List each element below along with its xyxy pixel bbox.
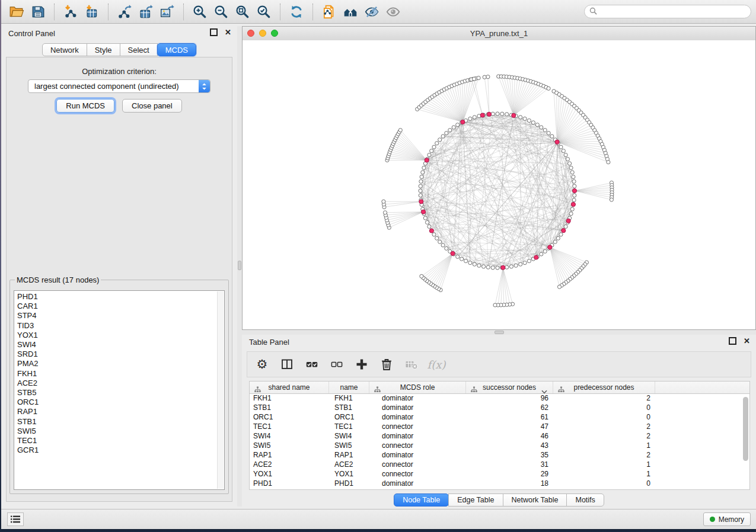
zoom-out-icon[interactable]	[210, 2, 232, 21]
horizontal-splitter[interactable]	[242, 330, 756, 335]
float-panel-icon[interactable]	[210, 28, 218, 36]
mcds-node[interactable]	[555, 140, 559, 144]
result-node-item[interactable]: RAP1	[17, 407, 224, 416]
table-row[interactable]: STB1STB1dominator620	[250, 403, 749, 412]
optimization-criterion-select[interactable]: largest connected component (undirected)	[28, 79, 210, 93]
table-row[interactable]: PHD1PHD1dominator180	[250, 479, 749, 488]
cell-shared-name[interactable]: ORC1	[250, 413, 329, 421]
mcds-node[interactable]	[571, 202, 575, 206]
float-panel-icon[interactable]	[729, 337, 736, 345]
cell-successor-nodes[interactable]: 18	[466, 479, 553, 488]
cell-predecessor-nodes[interactable]: 2	[553, 451, 655, 459]
apply-preferred-layout-icon[interactable]	[286, 2, 307, 21]
cell-MCDS-role[interactable]: connector	[369, 441, 466, 450]
close-panel-button[interactable]: Close panel	[122, 99, 182, 113]
tab-motifs[interactable]: Motifs	[566, 493, 604, 507]
cell-shared-name[interactable]: PHD1	[250, 479, 329, 488]
table-row[interactable]: RAP1RAP1dominator352	[250, 450, 749, 460]
show-all-icon[interactable]	[382, 2, 404, 21]
cell-shared-name[interactable]: STB1	[250, 403, 329, 412]
cell-MCDS-role[interactable]: dominator	[369, 413, 466, 421]
cell-predecessor-nodes[interactable]: 0	[553, 479, 655, 488]
cell-name[interactable]: TEC1	[329, 422, 369, 431]
close-window-button[interactable]	[247, 30, 254, 37]
cell-predecessor-nodes[interactable]: 1	[553, 441, 655, 450]
cell-shared-name[interactable]: FKH1	[250, 394, 329, 402]
cell-successor-nodes[interactable]: 43	[466, 441, 553, 450]
cell-name[interactable]: YOX1	[329, 470, 369, 478]
task-history-button[interactable]	[7, 512, 24, 526]
vertical-splitter[interactable]	[237, 26, 242, 507]
cell-successor-nodes[interactable]: 31	[466, 460, 553, 469]
cell-MCDS-role[interactable]: dominator	[369, 394, 466, 402]
result-node-item[interactable]: STB1	[17, 417, 224, 427]
export-image-icon[interactable]	[157, 2, 178, 21]
cell-shared-name[interactable]: ACE2	[250, 460, 329, 469]
cell-shared-name[interactable]: TEC1	[250, 422, 329, 431]
cell-successor-nodes[interactable]: 62	[466, 403, 553, 412]
hide-selected-icon[interactable]	[361, 2, 382, 21]
tab-mcds[interactable]: MCDS	[157, 43, 196, 56]
mcds-node[interactable]	[451, 251, 455, 255]
result-node-item[interactable]: PMA2	[17, 359, 224, 368]
cell-name[interactable]: SWI5	[329, 441, 369, 450]
import-network-from-file-icon[interactable]	[60, 2, 81, 21]
mcds-node[interactable]	[419, 200, 423, 204]
zoom-fit-content-icon[interactable]	[232, 2, 253, 21]
delete-column-icon[interactable]	[375, 354, 398, 375]
cell-MCDS-role[interactable]: dominator	[369, 451, 466, 459]
network-canvas[interactable]	[243, 40, 755, 329]
mcds-node[interactable]	[512, 113, 516, 117]
minimize-window-button[interactable]	[259, 30, 266, 37]
splitter-grip[interactable]	[495, 331, 504, 334]
mcds-node[interactable]	[572, 188, 576, 193]
tab-select[interactable]: Select	[120, 43, 158, 56]
result-node-item[interactable]: ORC1	[17, 398, 224, 407]
table-settings-icon[interactable]: ⚙	[251, 354, 273, 375]
cell-predecessor-nodes[interactable]: 2	[553, 394, 655, 402]
mcds-node[interactable]	[461, 120, 465, 124]
mcds-node[interactable]	[534, 255, 538, 259]
tab-network-table[interactable]: Network Table	[503, 493, 567, 507]
cell-predecessor-nodes[interactable]: 1	[553, 470, 655, 478]
column-header-predecessor-nodes[interactable]: predecessor nodes	[553, 382, 655, 393]
cell-name[interactable]: ORC1	[329, 413, 369, 421]
column-header-successor-nodes[interactable]: successor nodes	[466, 382, 553, 393]
zoom-in-icon[interactable]	[189, 2, 210, 21]
tab-edge-table[interactable]: Edge Table	[448, 493, 503, 507]
new-network-from-selection-icon[interactable]	[318, 2, 340, 21]
cell-shared-name[interactable]: RAP1	[250, 451, 329, 459]
result-node-item[interactable]: ACE2	[17, 379, 224, 388]
cell-MCDS-role[interactable]: connector	[369, 470, 466, 478]
tab-network[interactable]: Network	[42, 43, 87, 56]
mcds-node[interactable]	[566, 219, 570, 223]
cell-name[interactable]: FKH1	[329, 394, 369, 402]
select-all-rows-icon[interactable]	[301, 354, 323, 375]
cell-successor-nodes[interactable]: 61	[466, 413, 553, 421]
cell-MCDS-role[interactable]: connector	[369, 422, 466, 431]
cell-MCDS-role[interactable]: dominator	[369, 479, 466, 488]
cell-predecessor-nodes[interactable]: 0	[553, 413, 655, 421]
cell-successor-nodes[interactable]: 46	[466, 432, 553, 440]
result-node-item[interactable]: PHD1	[17, 292, 224, 302]
table-row[interactable]: TEC1TEC1connector472	[250, 422, 749, 431]
cell-shared-name[interactable]: YOX1	[250, 470, 329, 478]
result-node-item[interactable]: GCR1	[17, 446, 224, 455]
table-row[interactable]: SWI4SWI4dominator462	[250, 431, 749, 441]
tab-node-table[interactable]: Node Table	[394, 493, 449, 507]
cell-predecessor-nodes[interactable]: 1	[553, 460, 655, 469]
mcds-node[interactable]	[501, 265, 505, 270]
add-column-icon[interactable]	[350, 354, 373, 375]
result-node-item[interactable]: YOX1	[17, 331, 224, 340]
search-input[interactable]	[600, 7, 746, 17]
result-node-item[interactable]: SRD1	[17, 350, 224, 359]
result-node-item[interactable]: FKH1	[17, 369, 224, 379]
cell-successor-nodes[interactable]: 47	[466, 422, 553, 431]
cell-successor-nodes[interactable]: 29	[466, 470, 553, 478]
mcds-node[interactable]	[548, 245, 552, 249]
cell-name[interactable]: STB1	[329, 403, 369, 412]
table-row[interactable]: SWI5SWI5connector431	[250, 441, 749, 450]
zoom-window-button[interactable]	[271, 30, 278, 37]
result-node-item[interactable]: TEC1	[17, 436, 224, 446]
table-row[interactable]: FKH1FKH1dominator962	[250, 393, 749, 403]
